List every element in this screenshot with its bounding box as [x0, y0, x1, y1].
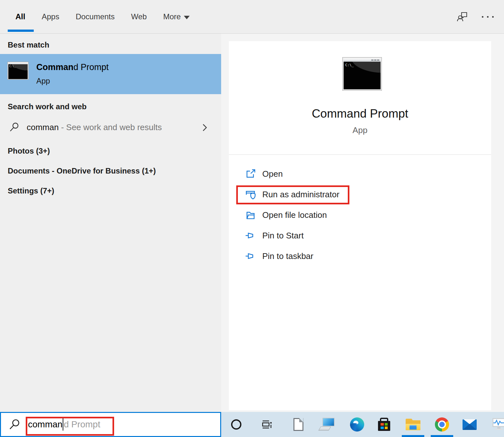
annotation-box-search-text: [26, 417, 114, 436]
taskbar: [221, 412, 504, 437]
pc-icon: [320, 418, 335, 431]
mail-button[interactable]: [461, 412, 479, 437]
tab-apps-label: Apps: [42, 12, 59, 21]
chevron-down-icon: [184, 16, 190, 19]
preview-app-type: App: [229, 125, 491, 135]
microsoft-store-button[interactable]: [375, 412, 393, 437]
open-file-location-icon: [245, 210, 256, 220]
feedback-button[interactable]: [456, 11, 468, 23]
divider: [229, 154, 491, 155]
taskbar-search-input[interactable]: command Prompt: [0, 412, 221, 437]
pin-icon: [245, 230, 256, 241]
preview-app-title: Command Prompt: [229, 107, 491, 120]
web-result-text: comman - See work and web results: [27, 122, 162, 132]
search-icon: [9, 122, 20, 133]
file-explorer-button[interactable]: [404, 412, 422, 437]
tab-all[interactable]: All: [15, 12, 25, 21]
action-open[interactable]: Open: [229, 164, 491, 184]
results-panel: Best match C:\_ Command Prompt App Searc…: [0, 34, 221, 412]
performance-monitor-icon: [491, 418, 504, 431]
best-match-header: Best match: [8, 40, 49, 49]
search-header: All Apps Documents Web More: [0, 0, 504, 34]
chrome-icon: [435, 417, 449, 432]
preview-card: C:\_ Command Prompt App Open Run a: [229, 41, 491, 410]
group-photos[interactable]: Photos (3+): [0, 145, 221, 157]
group-settings[interactable]: Settings (7+): [0, 184, 221, 197]
best-match-type: App: [36, 76, 50, 85]
chrome-button[interactable]: [433, 412, 451, 437]
search-work-web-header: Search work and web: [8, 102, 86, 111]
tab-apps[interactable]: Apps: [42, 12, 59, 21]
libreoffice-icon: [293, 418, 303, 431]
running-indicator-chrome: [431, 435, 453, 437]
task-view-icon: [261, 418, 273, 431]
performance-monitor-button[interactable]: [490, 412, 504, 437]
libreoffice-button[interactable]: [289, 412, 307, 437]
tab-documents[interactable]: Documents: [76, 12, 114, 21]
tab-documents-label: Documents: [76, 12, 114, 21]
file-explorer-icon: [406, 419, 420, 430]
tab-all-label: All: [15, 12, 25, 21]
web-result-row[interactable]: comman - See work and web results: [0, 118, 221, 136]
search-icon: [8, 418, 21, 431]
tab-more-label: More: [163, 12, 181, 21]
group-documents-onedrive[interactable]: Documents - OneDrive for Business (1+): [0, 165, 221, 177]
tab-more[interactable]: More: [163, 12, 190, 21]
best-match-item[interactable]: C:\_ Command Prompt App: [0, 54, 221, 94]
running-indicator-file-explorer: [402, 435, 424, 437]
action-pin-to-start[interactable]: Pin to Start: [229, 225, 491, 246]
cortana-button[interactable]: [227, 412, 245, 437]
cortana-icon: [231, 419, 241, 430]
tab-web-label: Web: [131, 12, 147, 21]
preview-panel: C:\_ Command Prompt App Open Run a: [221, 34, 504, 412]
action-open-file-location[interactable]: Open file location: [229, 205, 491, 225]
filter-tabs: All Apps Documents Web More: [15, 0, 190, 33]
more-options-button[interactable]: [481, 13, 495, 21]
edge-button[interactable]: [348, 412, 366, 437]
action-pin-to-taskbar[interactable]: Pin to taskbar: [229, 246, 491, 266]
edge-icon: [350, 417, 364, 432]
microsoft-store-icon: [378, 421, 390, 431]
active-tab-indicator: [8, 30, 34, 32]
context-actions: Open Run as administrator Open file loca…: [229, 164, 491, 266]
open-icon: [245, 169, 256, 179]
best-match-title: Command Prompt: [36, 62, 109, 72]
feedback-person-icon: [456, 11, 468, 23]
command-prompt-icon: C:\_: [7, 62, 29, 80]
annotation-box-run-as-administrator: [236, 185, 349, 204]
chevron-right-icon: [202, 123, 208, 132]
command-prompt-icon-large: C:\_: [342, 57, 382, 91]
tab-web[interactable]: Web: [131, 12, 147, 21]
pin-icon: [245, 251, 256, 261]
pc-button[interactable]: [318, 412, 336, 437]
mail-icon: [463, 419, 477, 430]
task-view-button[interactable]: [258, 412, 276, 437]
